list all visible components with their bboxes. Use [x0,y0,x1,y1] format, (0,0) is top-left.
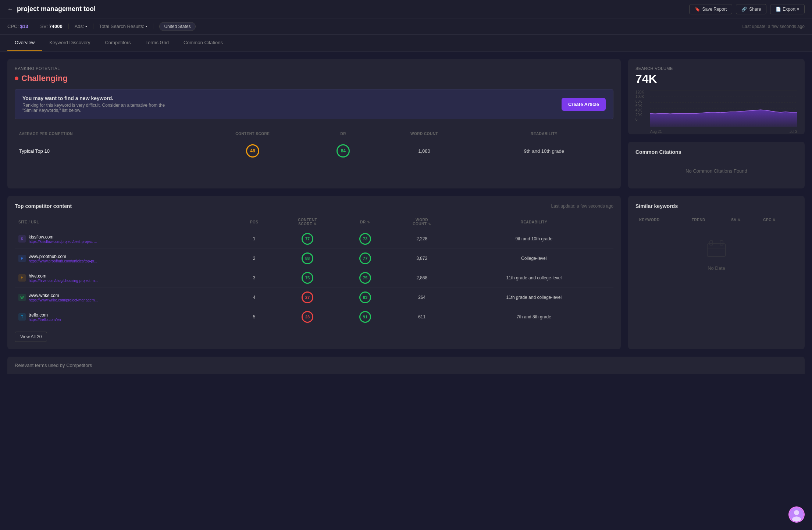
site-url[interactable]: https://www.wrike.com/project-managem... [29,298,98,302]
svg-point-13 [794,510,799,515]
competitor-content-score: 77 [274,229,341,249]
site-url[interactable]: https://www.proofhub.com/articles/top-pr… [29,259,97,263]
cs-circle: 88 [302,252,313,264]
back-button[interactable]: ← [7,6,13,13]
cs-circle: 27 [302,292,313,303]
view-all-button[interactable]: View All 20 [15,332,47,342]
kw-col-keyword: KEYWORD [635,215,688,225]
ads-stat: Ads: - [69,24,93,29]
cpc-stat: CPC: $13 [7,24,34,29]
chart-svg [650,90,797,127]
competitor-last-update: Last update: a few seconds ago [551,204,613,209]
sv-value: 74K [635,72,797,86]
site-favicon: W [18,294,26,301]
export-button[interactable]: 📄 Export ▾ [770,4,805,14]
kw-col-trend: TREND [688,215,727,225]
last-update-stats: Last update: a few seconds ago [742,24,805,29]
col-content-score-hdr: CONTENTSCORE ⇅ [274,215,341,229]
site-name: www.wrike.com [29,293,98,298]
row-content-score: 46 [192,140,313,162]
total-search-stat: Total Search Results: - [93,24,154,29]
competitor-site: T trello.com https://trello.com/en [15,307,234,327]
sv-label: Search Volume [635,66,797,71]
col-avg-competition: AVERAGE PER COMPETION [15,129,192,139]
competitor-dr: 73 [341,229,389,249]
dr-circle: 77 [359,252,371,264]
tab-common-citations[interactable]: Common Citations [176,35,230,51]
col-pos: POS [234,215,274,229]
chart-x-labels: Aug 21 Jul 2 [650,130,797,134]
create-article-button[interactable]: Create Article [562,98,606,111]
tab-keyword-discovery[interactable]: Keyword Discovery [42,35,97,51]
competitor-site: P www.proofhub.com https://www.proofhub.… [15,249,234,268]
dr-circle: 91 [359,311,371,323]
ranking-potential-card: Ranking Potential Challenging You may wa… [7,59,621,188]
svg-point-14 [792,516,801,523]
tab-terms-grid[interactable]: Terms Grid [138,35,177,51]
competitor-pos: 2 [234,249,274,268]
competitor-readability: 11th grade and college-level [455,288,613,307]
competitor-dr: 75 [341,268,389,288]
competitor-title: Top competitor content [15,203,72,209]
bottom-grid: Top competitor content Last update: a fe… [0,196,812,357]
competitor-dr: 77 [341,249,389,268]
site-url[interactable]: https://hive.com/blog/choosing-project-m… [29,279,98,283]
common-citations-card: Common Citations No Common Citations Fou… [628,142,805,188]
col-readability: READABILITY [476,129,613,139]
no-data-label: No Data [708,265,725,271]
competitor-content-score: 23 [274,307,341,327]
alert-box: You may want to find a new keyword. Rank… [15,89,613,119]
competitor-site: W www.wrike.com https://www.wrike.com/pr… [15,288,234,307]
country-selector[interactable]: United States [159,22,195,31]
dr-circle: 83 [359,292,371,303]
competitor-word-count: 264 [389,288,455,307]
tab-competitors[interactable]: Competitors [97,35,138,51]
site-name: www.proofhub.com [29,254,97,259]
cs-circle: 77 [302,233,313,245]
col-readability-hdr: READABILITY [455,215,613,229]
search-volume-card: Search Volume 74K 120K 100K 80K 60K 40K … [628,59,805,134]
similar-keywords-card: Similar keywords KEYWORD TREND SV ⇅ CPC … [628,196,805,349]
competitor-content-card: Top competitor content Last update: a fe… [7,196,621,349]
share-button[interactable]: 🔗 Share [736,4,766,14]
col-dr-hdr: DR ⇅ [341,215,389,229]
top-navigation: ← project management tool 🔖 Save Report … [0,0,812,18]
competitor-table: SITE / URL POS CONTENTSCORE ⇅ DR ⇅ WORDC… [15,215,613,326]
tab-overview[interactable]: Overview [7,35,42,51]
svg-rect-8 [707,244,726,257]
row-word-count: 1,080 [374,140,475,162]
kw-col-cpc: CPC ⇅ [759,215,797,225]
avatar-image [790,508,804,522]
site-name: hive.com [29,273,98,279]
col-dr: DR [313,129,373,139]
site-url[interactable]: https://kissflow.com/project/best-projec… [29,240,97,244]
no-data-container: No Data [635,225,797,286]
no-common-citations: No Common Citations Found [635,161,797,181]
competitor-pos: 1 [234,229,274,249]
cs-circle: 23 [302,311,313,323]
competitor-readability: 11th grade and college-level [455,268,613,288]
site-name: trello.com [29,312,61,318]
competitor-readability: College-level [455,249,613,268]
competitor-word-count: 2,228 [389,229,455,249]
svg-rect-10 [720,241,723,245]
export-icon: 📄 [776,7,781,12]
competitor-pos: 4 [234,288,274,307]
site-url[interactable]: https://trello.com/en [29,318,61,322]
sv-stat: SV: 74000 [34,24,68,29]
col-word-count: WORD COUNT [374,129,475,139]
site-favicon: T [18,313,26,321]
row-label: Typical Top 10 [15,140,192,162]
cs-circle: 75 [302,272,313,284]
no-data-icon [705,240,727,262]
site-favicon: H [18,274,26,282]
competitor-readability: 7th and 8th grade [455,307,613,327]
site-name: kissflow.com [29,234,97,240]
competitor-row: T trello.com https://trello.com/en 5 23 … [15,307,613,327]
site-favicon: K [18,235,26,243]
save-report-button[interactable]: 🔖 Save Report [689,4,733,14]
avatar[interactable] [788,506,805,523]
competitor-content-score: 88 [274,249,341,268]
competitor-row: W www.wrike.com https://www.wrike.com/pr… [15,288,613,307]
competitor-dr: 91 [341,307,389,327]
